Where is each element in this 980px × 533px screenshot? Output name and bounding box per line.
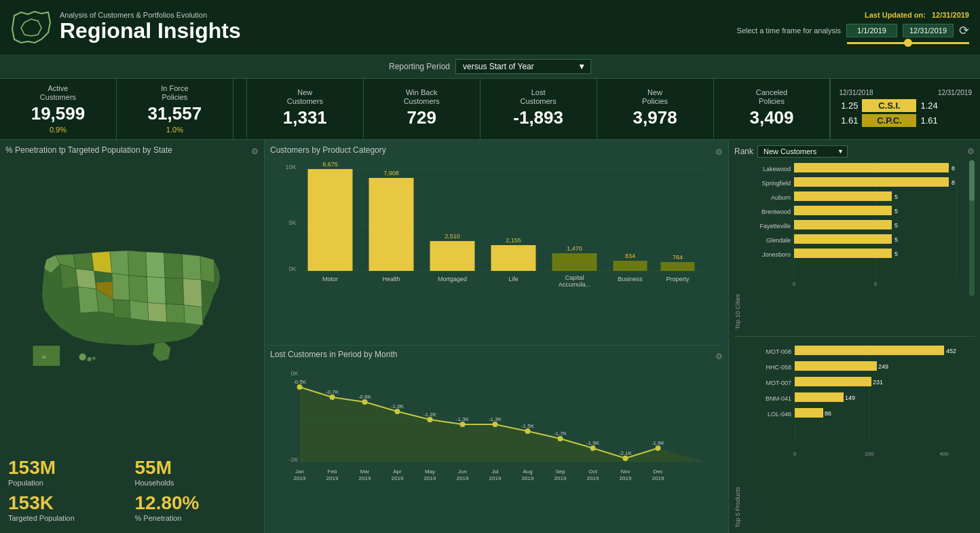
csi-block: 12/31/2018 12/31/2019 1.25 C.S.I. 1.24 1…: [830, 79, 980, 139]
kpi-in-force-value: 31,557: [148, 103, 202, 124]
cities-scrollbar[interactable]: [969, 160, 975, 296]
bar-chart-filter-icon[interactable]: ⚙: [715, 147, 723, 157]
date-start-box[interactable]: 1/1/2019: [846, 24, 897, 37]
svg-text:MOT-008: MOT-008: [766, 348, 791, 355]
svg-text:2019: 2019: [359, 475, 371, 481]
svg-text:5: 5: [894, 251, 898, 257]
rank-select-wrapper[interactable]: New Customers Lost Customers Win Back Cu…: [757, 145, 848, 158]
cities-section: Rank New Customers Lost Customers Win Ba…: [734, 145, 975, 329]
date-end-box[interactable]: 12/31/2019: [903, 24, 954, 37]
kpi-active-customers: ActiveCustomers 19,599 0.9%: [0, 79, 117, 139]
svg-text:-1.2K: -1.2K: [423, 411, 437, 418]
svg-text:Nov: Nov: [620, 468, 630, 475]
rank-label: Rank: [734, 147, 753, 156]
svg-text:86: 86: [825, 410, 831, 417]
svg-point-40: [297, 384, 303, 390]
kpi-new-policies-label: NewPolicies: [642, 88, 668, 106]
svg-point-43: [395, 409, 400, 414]
middle-panel: Customers by Product Category ⚙ 10K 5K 0…: [265, 140, 729, 533]
cities-chart-filter-icon[interactable]: ⚙: [967, 147, 975, 156]
csi-date-right: 12/31/2019: [938, 89, 972, 96]
svg-point-48: [558, 436, 563, 441]
bar-chart-wrapper: 10K 5K 0K 8,675 Motor 7,908 Health: [270, 159, 723, 341]
svg-point-3: [79, 353, 86, 361]
svg-point-42: [362, 399, 368, 405]
last-updated-value: 12/31/2019: [932, 11, 969, 19]
svg-text:Brentwood: Brentwood: [761, 208, 791, 215]
svg-rect-92: [794, 163, 949, 172]
svg-text:AK: AK: [41, 355, 46, 359]
reporting-period-select-wrapper[interactable]: versus Start of Year Month over Month Ye…: [455, 59, 591, 74]
svg-text:231: 231: [873, 379, 883, 386]
svg-text:0K: 0K: [290, 370, 298, 377]
kpi-new-customers: NewCustomers 1,331: [247, 79, 364, 139]
svg-text:-2K: -2K: [288, 456, 298, 463]
svg-text:2019: 2019: [554, 475, 567, 481]
svg-text:Glendale: Glendale: [766, 237, 791, 244]
svg-rect-12: [308, 169, 353, 271]
svg-rect-28: [614, 261, 647, 271]
header-title: Regional Insights: [60, 19, 241, 43]
stat-population-value: 153M: [8, 457, 130, 479]
svg-text:764: 764: [673, 254, 683, 261]
reporting-period-select[interactable]: versus Start of Year Month over Month Ye…: [455, 59, 591, 74]
reporting-period-label: Reporting Period: [389, 62, 450, 71]
svg-text:Dec: Dec: [653, 468, 662, 475]
header: Analysis of Customers & Portfolios Evolu…: [0, 0, 980, 54]
svg-rect-98: [794, 191, 892, 201]
date-slider[interactable]: [847, 42, 969, 44]
svg-text:Mar: Mar: [360, 468, 370, 475]
us-map: AK: [17, 237, 248, 373]
svg-rect-31: [661, 262, 695, 271]
right-panel-divider: [734, 336, 975, 337]
line-chart-wrapper: 0K -2K: [270, 363, 723, 528]
svg-text:2019: 2019: [620, 475, 632, 481]
stat-penetration: 12.80% % Penetration: [135, 492, 257, 522]
svg-point-49: [590, 445, 596, 451]
svg-text:Oct: Oct: [588, 468, 597, 475]
stat-penetration-value: 12.80%: [135, 492, 257, 514]
svg-text:Springfield: Springfield: [761, 180, 791, 187]
svg-rect-124: [795, 377, 871, 386]
svg-text:7,908: 7,908: [383, 170, 399, 177]
refresh-icon[interactable]: ⟳: [959, 23, 969, 38]
slider-thumb: [904, 39, 912, 47]
kpi-active-customers-label: ActiveCustomers: [40, 84, 76, 102]
products-section: Top 5 Products MOT-008 452 HH: [734, 344, 975, 528]
line-chart-title: Lost Customers in Period by Month: [270, 350, 397, 359]
csi-csi-left: 1.25: [839, 100, 858, 111]
stats-bottom: 153M Population 55M Households 153K Targ…: [5, 452, 259, 528]
header-right: Last Updated on: 12/31/2019 Select a tim…: [737, 11, 969, 44]
kpi-lost-customers-label: LostCustomers: [521, 88, 557, 106]
kpi-in-force-sub: 1.0%: [166, 126, 183, 134]
kpi-canceled-policies-label: CanceledPolicies: [756, 88, 787, 106]
svg-text:1,470: 1,470: [567, 245, 582, 252]
svg-point-47: [525, 428, 531, 434]
svg-text:-1.9K: -1.9K: [652, 440, 665, 446]
svg-text:Feb: Feb: [328, 468, 337, 475]
cities-chart-area: Lakewood 8 Springfield 8 Auburn 5: [744, 160, 966, 329]
stat-households-value: 55M: [135, 457, 257, 479]
svg-text:8: 8: [951, 179, 955, 186]
csi-cpc-left: 1.61: [839, 115, 858, 126]
svg-text:5: 5: [894, 194, 898, 200]
time-frame-label: Select a time frame for analysis: [737, 26, 841, 35]
svg-text:Jun: Jun: [458, 468, 467, 475]
svg-text:2019: 2019: [652, 475, 664, 481]
svg-point-5: [92, 356, 95, 360]
svg-text:HHC-058: HHC-058: [766, 364, 791, 371]
rank-select[interactable]: New Customers Lost Customers Win Back Cu…: [757, 145, 848, 158]
svg-text:-1.7K: -1.7K: [554, 430, 567, 437]
svg-rect-121: [795, 361, 877, 371]
svg-text:5: 5: [894, 236, 898, 243]
svg-point-44: [428, 417, 433, 422]
svg-point-45: [460, 422, 466, 427]
line-chart-filter-icon[interactable]: ⚙: [715, 352, 723, 361]
csi-cpc-right: 1.61: [920, 115, 939, 126]
svg-rect-101: [794, 206, 892, 215]
csi-cpc-label: C.P.C.: [862, 114, 916, 127]
filter-icon[interactable]: ⚙: [251, 147, 259, 156]
bar-chart-section: Customers by Product Category ⚙ 10K 5K 0…: [270, 145, 723, 346]
left-panel: % Penetration tp Targeted Population by …: [0, 140, 265, 533]
svg-text:2019: 2019: [522, 475, 534, 481]
